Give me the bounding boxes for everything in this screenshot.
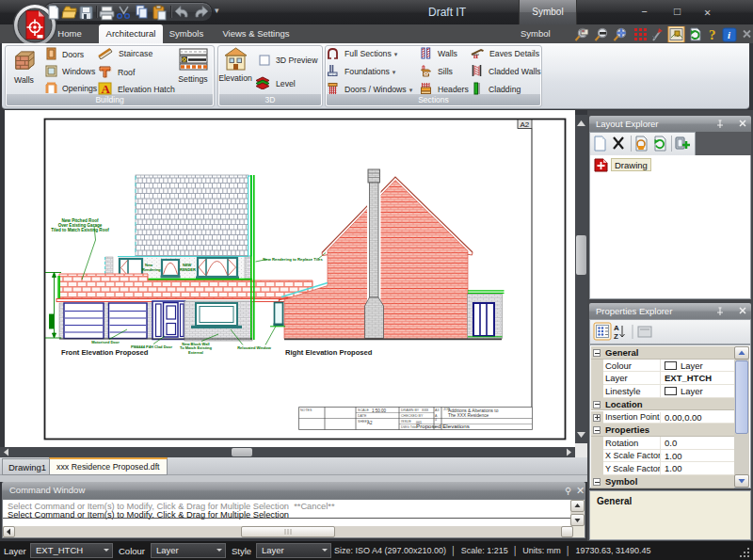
svg-text:A2: A2 (521, 120, 530, 129)
svg-text:Rendering: Rendering (142, 267, 161, 272)
svg-text:NOTES: NOTES (300, 408, 312, 412)
svg-text:The XXX Residence: The XXX Residence (448, 413, 489, 418)
svg-text:Motorised Door: Motorised Door (91, 340, 120, 344)
svg-text:Right Elevation Proposed: Right Elevation Proposed (285, 348, 373, 357)
svg-text:Front Elevation Proposed: Front Elevation Proposed (61, 348, 149, 357)
svg-text:DATE: DATE (358, 414, 367, 418)
svg-text:1:50.00: 1:50.00 (372, 408, 387, 413)
svg-text:CHECKED BY: CHECKED BY (401, 414, 424, 418)
svg-text:XXX: XXX (422, 408, 429, 412)
svg-text:DRAWN BY: DRAWN BY (401, 408, 420, 412)
svg-text:SCALE: SCALE (358, 408, 369, 412)
svg-text:A: A (101, 82, 110, 95)
svg-text:4: 4 (435, 418, 437, 422)
svg-text:Proposed Elevations: Proposed Elevations (416, 423, 470, 429)
svg-text:?: ? (709, 27, 716, 42)
svg-text:A2: A2 (367, 421, 373, 425)
svg-text:Z: Z (614, 332, 618, 341)
svg-text:New Rendering to Replace Tile: New Rendering to Replace Tiles (263, 257, 323, 262)
svg-text:DWG Title: DWG Title (401, 425, 416, 429)
svg-text:Relocated Window: Relocated Window (237, 345, 271, 350)
svg-text:A: A (614, 324, 619, 332)
svg-text:ISSUE: ISSUE (401, 420, 411, 424)
svg-text:A3: A3 (435, 408, 439, 412)
svg-text:External: External (188, 350, 203, 355)
svg-text:Tiled to Match Existing Roof: Tiled to Match Existing Roof (51, 228, 109, 232)
svg-text:RENDER: RENDER (180, 267, 196, 272)
